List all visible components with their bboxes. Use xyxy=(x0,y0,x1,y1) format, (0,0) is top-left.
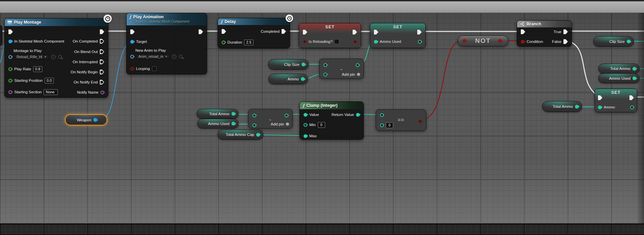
on-interrupted-pin[interactable] xyxy=(100,60,104,64)
offscreen-node-fragment[interactable] xyxy=(0,25,2,46)
add-pin-icon: ⊕ xyxy=(286,121,289,126)
montage-to-play-pin[interactable] xyxy=(8,55,12,59)
value-pin[interactable] xyxy=(304,113,307,117)
ammo-pin[interactable] xyxy=(598,105,602,109)
duration-input[interactable]: 2.5 xyxy=(244,40,253,45)
exec-in-pin[interactable] xyxy=(222,29,226,34)
output-value-pin[interactable] xyxy=(418,40,422,44)
total-ammo-cap-out-pin[interactable] xyxy=(256,133,260,137)
notify-name-pin[interactable] xyxy=(101,91,104,94)
target-pin[interactable] xyxy=(130,40,134,44)
true-pin[interactable] xyxy=(563,29,568,34)
total-ammo-out-pin[interactable] xyxy=(632,67,636,71)
not-in-pin[interactable] xyxy=(463,39,466,43)
clip-size-out-pin[interactable] xyxy=(302,63,305,66)
starting-position-pin[interactable] xyxy=(8,79,12,83)
ammo-used-out-pin[interactable] xyxy=(231,122,235,125)
node-set-ammo[interactable]: SET Ammo xyxy=(595,89,637,112)
node-clamp-integer[interactable]: ƒ Clamp (Integer) Value Return Value Min… xyxy=(299,101,364,140)
exec-in-pin[interactable] xyxy=(598,95,602,100)
subtract-b-pin[interactable] xyxy=(252,123,256,127)
equals-b-input[interactable]: 0 xyxy=(386,122,393,128)
min-input[interactable]: 0 xyxy=(318,122,325,128)
subtract-b-pin[interactable] xyxy=(324,73,327,76)
anim-select[interactable]: Anim_reload_m ▼ xyxy=(136,54,170,59)
exec-out-pin[interactable] xyxy=(417,30,422,34)
node-branch[interactable]: Branch True Condition False xyxy=(517,20,572,47)
getter-ammo[interactable]: Ammo xyxy=(268,74,308,84)
getter-ammo-used[interactable]: Ammo Used xyxy=(197,119,239,128)
node-play-montage[interactable]: Play Montage In Skeletal Mesh Component … xyxy=(4,18,108,98)
pin-label: Condition xyxy=(527,40,543,44)
weapon-out-pin[interactable] xyxy=(93,118,97,122)
output-value-pin[interactable] xyxy=(630,105,634,109)
montage-select[interactable]: Reload_Rifle_Hi ▼ xyxy=(14,54,49,60)
node-not[interactable]: NOT xyxy=(458,36,508,46)
exec-in-pin[interactable] xyxy=(374,30,378,34)
ammo-used-pin[interactable] xyxy=(374,40,378,44)
completed-pin[interactable] xyxy=(282,29,286,34)
getter-total-ammo-right[interactable]: Total Ammo xyxy=(598,64,640,74)
looping-pin[interactable] xyxy=(130,67,134,71)
ammo-used-out-pin[interactable] xyxy=(632,76,636,80)
not-out-pin[interactable] xyxy=(498,39,502,43)
add-pin-button[interactable]: Add pin ⊕ xyxy=(271,121,289,126)
is-reloading-pin[interactable] xyxy=(303,40,307,44)
on-blend-out-pin[interactable] xyxy=(100,49,104,54)
getter-weapon[interactable]: Weapon xyxy=(65,114,107,125)
exec-in-pin[interactable] xyxy=(521,29,525,34)
false-pin[interactable] xyxy=(563,39,568,44)
browse-to-asset-icon[interactable]: ‹ xyxy=(51,55,55,59)
exec-out-pin[interactable] xyxy=(199,29,203,34)
new-anim-pin[interactable] xyxy=(130,55,134,58)
equals-b-pin[interactable] xyxy=(380,123,384,127)
duration-pin[interactable] xyxy=(222,41,225,44)
condition-pin[interactable] xyxy=(521,40,525,44)
node-set-is-reloading[interactable]: SET Is Reloading? xyxy=(299,23,361,48)
exec-in-pin[interactable] xyxy=(130,29,135,34)
exec-out-pin[interactable] xyxy=(353,30,357,34)
exec-out-pin[interactable] xyxy=(100,29,104,34)
node-delay[interactable]: ƒ Delay Completed Duration 2.5 xyxy=(218,18,290,48)
play-rate-pin[interactable] xyxy=(8,67,12,71)
getter-clip-size[interactable]: Clip Size xyxy=(268,59,309,70)
return-value-pin[interactable] xyxy=(356,113,360,117)
exec-in-pin[interactable] xyxy=(303,30,307,34)
play-rate-input[interactable]: 0.8 xyxy=(33,66,42,72)
node-subtract-ammo[interactable]: - Add pin ⊕ xyxy=(248,109,293,128)
search-asset-icon[interactable] xyxy=(58,55,62,58)
node-header: ƒ Clamp (Integer) xyxy=(300,102,363,109)
max-pin[interactable] xyxy=(304,134,307,138)
getter-total-ammo-cap[interactable]: Total Ammo Cap xyxy=(218,130,263,140)
getter-total-ammo-for-set[interactable]: Total Ammo xyxy=(542,101,582,112)
starting-section-input[interactable]: None xyxy=(44,89,58,95)
total-ammo-out-pin[interactable] xyxy=(231,112,235,116)
exec-in-pin[interactable] xyxy=(8,29,13,34)
getter-clip-size-right[interactable]: Clip Size xyxy=(593,36,634,47)
node-set-ammo-used[interactable]: SET Ammo Used xyxy=(370,23,426,48)
getter-ammo-used-right[interactable]: Ammo Used xyxy=(598,73,640,83)
starting-position-input[interactable]: 0.0 xyxy=(45,78,54,84)
node-title: Clamp (Integer) xyxy=(307,103,338,108)
equals-a-pin[interactable] xyxy=(380,113,384,117)
ammo-out-pin[interactable] xyxy=(301,77,305,81)
node-subtract-clip[interactable]: - Add pin ⊕ xyxy=(319,58,364,79)
looping-checkbox[interactable] xyxy=(152,66,157,71)
node-play-animation[interactable]: ƒ Play Animation Target is Skeletal Mesh… xyxy=(126,13,207,74)
add-pin-button[interactable]: Add pin ⊕ xyxy=(342,72,360,77)
on-notify-begin-pin[interactable] xyxy=(100,70,104,74)
is-reloading-checkbox[interactable] xyxy=(334,39,339,44)
clip-size-out-pin[interactable] xyxy=(627,40,630,43)
on-completed-pin[interactable] xyxy=(100,39,104,44)
exec-out-pin[interactable] xyxy=(629,95,634,100)
total-ammo-out-pin[interactable] xyxy=(575,105,579,109)
starting-section-pin[interactable] xyxy=(8,90,12,94)
output-value-pin[interactable] xyxy=(353,40,357,44)
min-pin[interactable] xyxy=(304,123,307,127)
node-equals[interactable]: 0 == xyxy=(376,109,426,131)
on-notify-end-pin[interactable] xyxy=(100,80,104,85)
in-skeletal-mesh-pin[interactable] xyxy=(8,40,12,43)
getter-total-ammo[interactable]: Total Ammo xyxy=(197,109,239,119)
browse-to-asset-icon[interactable]: ‹ xyxy=(172,54,176,59)
search-asset-icon[interactable] xyxy=(179,55,182,58)
